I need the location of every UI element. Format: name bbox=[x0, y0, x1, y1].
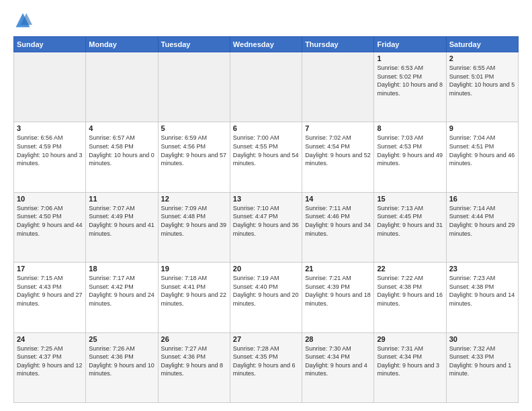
day-of-week-header: Friday bbox=[374, 37, 446, 52]
calendar-day-cell: 30Sunrise: 7:32 AM Sunset: 4:33 PM Dayli… bbox=[446, 332, 518, 402]
day-info: Sunrise: 7:22 AM Sunset: 4:38 PM Dayligh… bbox=[377, 274, 443, 308]
day-number: 6 bbox=[233, 124, 299, 132]
calendar-header-row: SundayMondayTuesdayWednesdayThursdayFrid… bbox=[14, 37, 519, 52]
day-info: Sunrise: 7:23 AM Sunset: 4:38 PM Dayligh… bbox=[449, 274, 515, 308]
day-info: Sunrise: 7:04 AM Sunset: 4:51 PM Dayligh… bbox=[449, 134, 515, 167]
day-info: Sunrise: 7:28 AM Sunset: 4:35 PM Dayligh… bbox=[233, 345, 299, 378]
calendar-day-cell: 26Sunrise: 7:27 AM Sunset: 4:36 PM Dayli… bbox=[158, 332, 230, 402]
calendar-week-row: 10Sunrise: 7:06 AM Sunset: 4:50 PM Dayli… bbox=[14, 192, 519, 262]
day-number: 3 bbox=[17, 124, 83, 132]
day-info: Sunrise: 7:06 AM Sunset: 4:50 PM Dayligh… bbox=[17, 204, 83, 238]
day-number: 24 bbox=[17, 335, 83, 343]
calendar-day-cell: 16Sunrise: 7:14 AM Sunset: 4:44 PM Dayli… bbox=[446, 192, 518, 262]
calendar-day-cell: 23Sunrise: 7:23 AM Sunset: 4:38 PM Dayli… bbox=[446, 263, 518, 332]
day-number: 15 bbox=[377, 195, 443, 203]
day-info: Sunrise: 7:21 AM Sunset: 4:39 PM Dayligh… bbox=[305, 274, 371, 308]
calendar-day-cell: 19Sunrise: 7:18 AM Sunset: 4:41 PM Dayli… bbox=[158, 263, 230, 332]
day-of-week-header: Monday bbox=[86, 37, 158, 52]
calendar-day-cell bbox=[158, 52, 230, 122]
day-number: 7 bbox=[305, 124, 371, 132]
day-info: Sunrise: 6:55 AM Sunset: 5:01 PM Dayligh… bbox=[449, 64, 515, 97]
day-info: Sunrise: 7:11 AM Sunset: 4:46 PM Dayligh… bbox=[305, 204, 371, 238]
calendar-day-cell: 5Sunrise: 6:59 AM Sunset: 4:56 PM Daylig… bbox=[158, 122, 230, 192]
logo bbox=[13, 11, 35, 30]
day-number: 4 bbox=[89, 124, 154, 132]
day-number: 8 bbox=[377, 124, 443, 132]
calendar-day-cell: 18Sunrise: 7:17 AM Sunset: 4:42 PM Dayli… bbox=[86, 263, 158, 332]
calendar-day-cell: 25Sunrise: 7:26 AM Sunset: 4:36 PM Dayli… bbox=[86, 332, 158, 402]
day-info: Sunrise: 7:19 AM Sunset: 4:40 PM Dayligh… bbox=[233, 274, 299, 308]
calendar-day-cell bbox=[230, 52, 302, 122]
day-info: Sunrise: 6:57 AM Sunset: 4:58 PM Dayligh… bbox=[89, 134, 154, 167]
day-number: 29 bbox=[377, 335, 443, 343]
day-number: 23 bbox=[449, 265, 515, 273]
day-info: Sunrise: 6:53 AM Sunset: 5:02 PM Dayligh… bbox=[377, 64, 443, 97]
day-of-week-header: Thursday bbox=[302, 37, 374, 52]
logo-icon bbox=[13, 11, 32, 30]
day-number: 14 bbox=[305, 195, 371, 203]
day-number: 22 bbox=[377, 265, 443, 273]
calendar-week-row: 1Sunrise: 6:53 AM Sunset: 5:02 PM Daylig… bbox=[14, 52, 519, 122]
day-number: 12 bbox=[161, 195, 227, 203]
calendar-day-cell: 17Sunrise: 7:15 AM Sunset: 4:43 PM Dayli… bbox=[14, 263, 86, 332]
day-info: Sunrise: 7:07 AM Sunset: 4:49 PM Dayligh… bbox=[89, 204, 154, 238]
day-info: Sunrise: 7:26 AM Sunset: 4:36 PM Dayligh… bbox=[89, 345, 154, 378]
calendar-day-cell: 14Sunrise: 7:11 AM Sunset: 4:46 PM Dayli… bbox=[302, 192, 374, 262]
calendar-day-cell: 21Sunrise: 7:21 AM Sunset: 4:39 PM Dayli… bbox=[302, 263, 374, 332]
day-number: 27 bbox=[233, 335, 299, 343]
day-of-week-header: Wednesday bbox=[230, 37, 302, 52]
page: SundayMondayTuesdayWednesdayThursdayFrid… bbox=[0, 0, 532, 411]
calendar-day-cell: 29Sunrise: 7:31 AM Sunset: 4:34 PM Dayli… bbox=[374, 332, 446, 402]
calendar-week-row: 17Sunrise: 7:15 AM Sunset: 4:43 PM Dayli… bbox=[14, 263, 519, 332]
day-number: 18 bbox=[89, 265, 154, 273]
calendar-week-row: 3Sunrise: 6:56 AM Sunset: 4:59 PM Daylig… bbox=[14, 122, 519, 192]
day-number: 26 bbox=[161, 335, 227, 343]
calendar-day-cell: 4Sunrise: 6:57 AM Sunset: 4:58 PM Daylig… bbox=[86, 122, 158, 192]
day-info: Sunrise: 7:14 AM Sunset: 4:44 PM Dayligh… bbox=[449, 204, 515, 238]
day-info: Sunrise: 7:02 AM Sunset: 4:54 PM Dayligh… bbox=[305, 134, 371, 167]
day-info: Sunrise: 6:59 AM Sunset: 4:56 PM Dayligh… bbox=[161, 134, 227, 167]
day-info: Sunrise: 7:10 AM Sunset: 4:47 PM Dayligh… bbox=[233, 204, 299, 238]
day-info: Sunrise: 7:09 AM Sunset: 4:48 PM Dayligh… bbox=[161, 204, 227, 238]
day-info: Sunrise: 7:31 AM Sunset: 4:34 PM Dayligh… bbox=[377, 345, 443, 378]
calendar: SundayMondayTuesdayWednesdayThursdayFrid… bbox=[13, 36, 519, 403]
day-number: 16 bbox=[449, 195, 515, 203]
day-info: Sunrise: 7:13 AM Sunset: 4:45 PM Dayligh… bbox=[377, 204, 443, 238]
day-info: Sunrise: 6:56 AM Sunset: 4:59 PM Dayligh… bbox=[17, 134, 83, 167]
calendar-table: SundayMondayTuesdayWednesdayThursdayFrid… bbox=[13, 36, 519, 403]
day-info: Sunrise: 7:32 AM Sunset: 4:33 PM Dayligh… bbox=[449, 345, 515, 378]
day-number: 20 bbox=[233, 265, 299, 273]
day-of-week-header: Saturday bbox=[446, 37, 518, 52]
day-info: Sunrise: 7:27 AM Sunset: 4:36 PM Dayligh… bbox=[161, 345, 227, 378]
day-number: 9 bbox=[449, 124, 515, 132]
day-number: 1 bbox=[377, 54, 443, 62]
day-number: 2 bbox=[449, 54, 515, 62]
day-info: Sunrise: 7:15 AM Sunset: 4:43 PM Dayligh… bbox=[17, 274, 83, 308]
day-number: 10 bbox=[17, 195, 83, 203]
calendar-day-cell: 10Sunrise: 7:06 AM Sunset: 4:50 PM Dayli… bbox=[14, 192, 86, 262]
day-number: 21 bbox=[305, 265, 371, 273]
calendar-day-cell: 12Sunrise: 7:09 AM Sunset: 4:48 PM Dayli… bbox=[158, 192, 230, 262]
calendar-day-cell: 9Sunrise: 7:04 AM Sunset: 4:51 PM Daylig… bbox=[446, 122, 518, 192]
calendar-day-cell: 6Sunrise: 7:00 AM Sunset: 4:55 PM Daylig… bbox=[230, 122, 302, 192]
day-number: 5 bbox=[161, 124, 227, 132]
day-info: Sunrise: 7:00 AM Sunset: 4:55 PM Dayligh… bbox=[233, 134, 299, 167]
calendar-day-cell: 27Sunrise: 7:28 AM Sunset: 4:35 PM Dayli… bbox=[230, 332, 302, 402]
day-info: Sunrise: 7:30 AM Sunset: 4:34 PM Dayligh… bbox=[305, 345, 371, 378]
calendar-day-cell bbox=[86, 52, 158, 122]
calendar-day-cell: 28Sunrise: 7:30 AM Sunset: 4:34 PM Dayli… bbox=[302, 332, 374, 402]
day-of-week-header: Tuesday bbox=[158, 37, 230, 52]
day-number: 17 bbox=[17, 265, 83, 273]
calendar-day-cell bbox=[302, 52, 374, 122]
day-number: 30 bbox=[449, 335, 515, 343]
day-number: 25 bbox=[89, 335, 154, 343]
calendar-day-cell: 11Sunrise: 7:07 AM Sunset: 4:49 PM Dayli… bbox=[86, 192, 158, 262]
day-number: 28 bbox=[305, 335, 371, 343]
calendar-day-cell: 15Sunrise: 7:13 AM Sunset: 4:45 PM Dayli… bbox=[374, 192, 446, 262]
calendar-day-cell: 8Sunrise: 7:03 AM Sunset: 4:53 PM Daylig… bbox=[374, 122, 446, 192]
calendar-day-cell: 1Sunrise: 6:53 AM Sunset: 5:02 PM Daylig… bbox=[374, 52, 446, 122]
day-info: Sunrise: 7:17 AM Sunset: 4:42 PM Dayligh… bbox=[89, 274, 154, 308]
header bbox=[13, 11, 519, 30]
calendar-day-cell: 20Sunrise: 7:19 AM Sunset: 4:40 PM Dayli… bbox=[230, 263, 302, 332]
calendar-day-cell: 2Sunrise: 6:55 AM Sunset: 5:01 PM Daylig… bbox=[446, 52, 518, 122]
